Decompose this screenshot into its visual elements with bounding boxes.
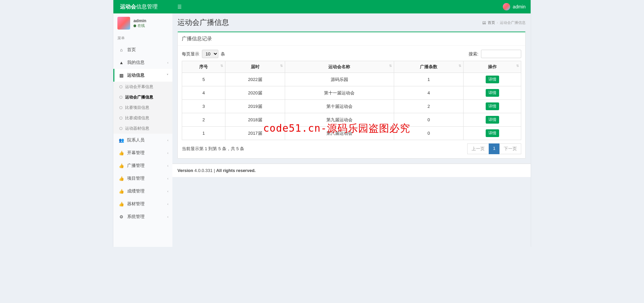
detail-button[interactable]: 详情 — [486, 102, 499, 110]
sidebar-item-label: 运动信息 — [127, 72, 145, 78]
detail-button[interactable]: 详情 — [486, 129, 499, 137]
sidebar-item-我的信息[interactable]: ▲我的信息‹ — [113, 56, 172, 69]
sidebar: admin 在线 菜单 ⌂首页▲我的信息‹▥运动信息˅运动会开幕信息运动会广播信… — [113, 13, 172, 247]
chevron-icon: ‹ — [167, 202, 168, 206]
sort-icon: ⇅ — [280, 64, 283, 68]
user-menu[interactable]: admin — [503, 3, 526, 10]
sidebar-item-label: 院系人员 — [127, 137, 145, 143]
cell-year: 2019届 — [225, 100, 285, 113]
chevron-icon: ‹ — [167, 189, 168, 193]
sidebar-item-label: 我的信息 — [127, 59, 145, 66]
sidebar-item-label: 成绩管理 — [127, 188, 145, 194]
cell-year: 2020届 — [225, 86, 285, 100]
user-panel: admin 在线 — [113, 13, 172, 33]
chevron-icon: ‹ — [167, 164, 168, 168]
dashboard-icon: 🕮 — [482, 20, 486, 25]
sort-icon: ⇅ — [516, 64, 519, 68]
sidebar-item-label: 开幕管理 — [127, 150, 145, 156]
subnav-label: 运动器材信息 — [125, 126, 149, 131]
sidebar-item-广播管理[interactable]: 👍广播管理‹ — [113, 159, 172, 172]
sort-icon: ⇅ — [389, 64, 392, 68]
circle-icon — [119, 96, 122, 99]
hamburger-icon[interactable]: ☰ — [177, 4, 182, 9]
col-届时[interactable]: 届时⇅ — [225, 61, 285, 73]
prev-page-button[interactable]: 上一页 — [467, 143, 489, 154]
sidebar-item-首页[interactable]: ⌂首页 — [113, 43, 172, 56]
sidebar-item-院系人员[interactable]: 👥院系人员‹ — [113, 134, 172, 146]
subnav-item-运动会广播信息[interactable]: 运动会广播信息 — [113, 92, 172, 102]
cell-count: 1 — [394, 73, 464, 86]
breadcrumb: 🕮 首页 › 运动会广播信息 — [482, 20, 526, 25]
page-length-select[interactable]: 10 — [202, 50, 218, 58]
sidebar-item-label: 首页 — [127, 47, 136, 53]
sidebar-item-label: 器材管理 — [127, 201, 145, 207]
page-1-button[interactable]: 1 — [489, 143, 500, 154]
sidebar-username: admin — [133, 18, 146, 23]
box-title: 广播信息记录 — [178, 32, 525, 46]
sidebar-item-系统管理[interactable]: ⚙系统管理‹ — [113, 210, 172, 223]
col-序号[interactable]: 序号⇅ — [182, 61, 225, 73]
sidebar-item-项目管理[interactable]: 👍项目管理‹ — [113, 172, 172, 185]
sidebar-item-器材管理[interactable]: 👍器材管理‹ — [113, 198, 172, 210]
cell-name: 第十一届运动会 — [285, 86, 394, 100]
status-badge: 在线 — [133, 23, 146, 28]
sort-icon: ⇅ — [459, 64, 461, 68]
col-运动会名称[interactable]: 运动会名称⇅ — [285, 61, 394, 73]
cell-action: 详情 — [464, 113, 521, 127]
col-广播条数[interactable]: 广播条数⇅ — [394, 61, 464, 73]
cell-count: 4 — [394, 86, 464, 100]
search-control: 搜索: — [469, 50, 521, 58]
detail-button[interactable]: 详情 — [486, 76, 499, 83]
cell-seq: 3 — [182, 100, 225, 113]
sidebar-item-运动信息[interactable]: ▥运动信息˅ — [113, 69, 172, 82]
cell-seq: 4 — [182, 86, 225, 100]
nav-icon: ⌂ — [118, 47, 124, 52]
cell-name: 源码乐园 — [285, 73, 394, 86]
nav-icon: 👍 — [118, 150, 124, 156]
cell-seq: 1 — [182, 127, 225, 140]
cell-seq: 5 — [182, 73, 225, 86]
page-title: 运动会广播信息 — [177, 17, 229, 28]
col-操作[interactable]: 操作⇅ — [464, 61, 521, 73]
nav-icon: 👍 — [118, 163, 124, 168]
breadcrumb-home[interactable]: 首页 — [488, 20, 495, 25]
avatar-icon — [503, 3, 510, 10]
sort-icon: ⇅ — [220, 64, 223, 68]
cell-seq: 2 — [182, 113, 225, 127]
chevron-icon: ‹ — [167, 177, 168, 180]
circle-icon — [119, 127, 122, 130]
nav-icon: 👍 — [118, 176, 124, 181]
cell-count: 2 — [394, 100, 464, 113]
subnav-item-比赛成绩信息[interactable]: 比赛成绩信息 — [113, 113, 172, 123]
search-input[interactable] — [481, 50, 521, 58]
table-row: 52022届源码乐园1详情 — [182, 73, 521, 86]
cell-action: 详情 — [464, 127, 521, 140]
cell-name: 第十届运动会 — [285, 100, 394, 113]
subnav-label: 比赛成绩信息 — [125, 115, 149, 121]
detail-button[interactable]: 详情 — [486, 116, 499, 124]
nav-icon: ▥ — [118, 73, 124, 78]
cell-year: 2022届 — [225, 73, 285, 86]
circle-icon — [119, 117, 122, 120]
subnav-item-比赛项目信息[interactable]: 比赛项目信息 — [113, 102, 172, 113]
sidebar-item-label: 系统管理 — [127, 214, 145, 220]
table-info: 当前显示第 1 到第 5 条，共 5 条 — [182, 146, 244, 152]
nav-icon: ▲ — [118, 60, 124, 65]
next-page-button[interactable]: 下一页 — [499, 143, 521, 154]
subnav-item-运动会开幕信息[interactable]: 运动会开幕信息 — [113, 82, 172, 92]
header-username: admin — [513, 4, 526, 9]
subnav-item-运动器材信息[interactable]: 运动器材信息 — [113, 123, 172, 134]
sidebar-item-开幕管理[interactable]: 👍开幕管理‹ — [113, 146, 172, 159]
cell-action: 详情 — [464, 73, 521, 86]
footer: Version 4.0.0.331 | All rights reserved. — [172, 164, 531, 177]
data-box: 广播信息记录 每页显示 10 条 搜索: 序号 — [177, 32, 526, 159]
length-control: 每页显示 10 条 — [182, 50, 225, 58]
chevron-icon: ‹ — [167, 151, 168, 155]
circle-icon — [119, 106, 122, 109]
sidebar-item-成绩管理[interactable]: 👍成绩管理‹ — [113, 185, 172, 198]
detail-button[interactable]: 详情 — [486, 89, 499, 97]
subnav-label: 运动会广播信息 — [125, 94, 153, 100]
app-logo[interactable]: 运动会信息管理 — [113, 3, 172, 10]
table-row: 32019届第十届运动会2详情 — [182, 100, 521, 113]
chevron-icon: ‹ — [167, 215, 168, 219]
